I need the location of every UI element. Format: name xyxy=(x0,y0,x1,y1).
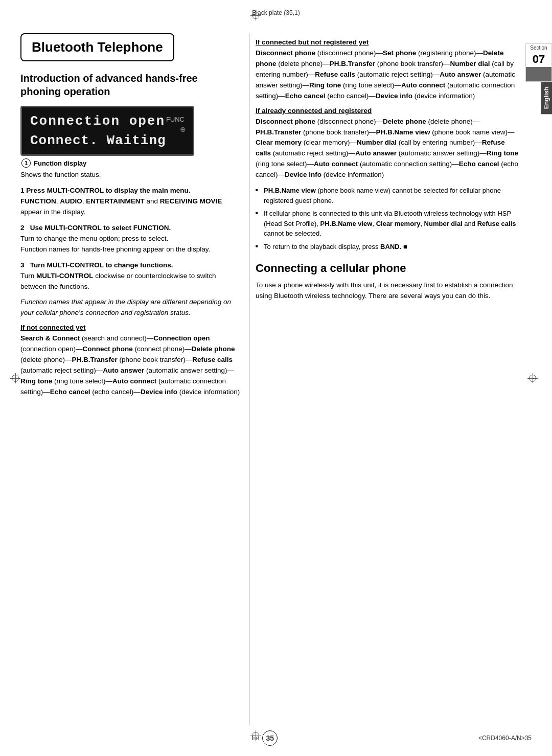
footer: En 35 <CRD4060-A/N>35 xyxy=(20,730,532,746)
display-image: Connection open Connect. Waiting FUNC ⊕ xyxy=(20,106,194,156)
section-badge: Section 07 xyxy=(525,43,552,82)
display-wrapper: Connection open Connect. Waiting FUNC ⊕ xyxy=(20,106,194,156)
step1-body: FUNCTION, AUDIO, ENTERTAINMENT and RECEI… xyxy=(20,196,240,218)
footer-en: En 35 xyxy=(252,730,278,746)
display-icon-circle: ⊕ xyxy=(180,125,186,133)
top-header: Black plate (35,1) xyxy=(0,9,552,16)
display-line2: Connect. Waiting xyxy=(30,133,166,148)
if-connected-not-registered-heading: If connected but not registered yet xyxy=(256,38,521,46)
if-already-connected-body: Disconnect phone (disconnect phone)—Dele… xyxy=(256,117,521,181)
connecting-heading: Connecting a cellular phone xyxy=(256,262,521,275)
footer-en-text: En xyxy=(252,735,260,742)
if-connected-not-registered-body: Disconnect phone (disconnect phone)—Set … xyxy=(256,48,521,102)
step2-body: Turn to change the menu option; press to… xyxy=(20,234,240,255)
display-func-label: FUNC xyxy=(166,116,185,123)
step1-heading: 1 Press MULTI-CONTROL to display the mai… xyxy=(20,187,240,194)
caption-circle-num: 1 xyxy=(21,158,31,168)
crosshair-left xyxy=(10,373,20,383)
right-column: If connected but not registered yet Disc… xyxy=(256,33,521,307)
crosshair-top xyxy=(250,10,261,20)
step2-heading: 2 Use MULTI-CONTROL to select FUNCTION. xyxy=(20,224,240,232)
language-label: English xyxy=(541,82,552,114)
bullet-item-2: If cellular phone is connected to this u… xyxy=(256,209,521,239)
page-title: Bluetooth Telephone xyxy=(32,39,163,55)
column-divider xyxy=(249,33,250,725)
caption-line: 1 Function display xyxy=(20,158,240,168)
if-already-connected-heading: If already connected and registered xyxy=(256,107,521,114)
step3-heading: 3 Turn MULTI-CONTROL to change functions… xyxy=(20,261,240,269)
not-connected-body: Search & Connect (search and connect)—Co… xyxy=(20,333,240,398)
caption-heading: Function display xyxy=(34,159,86,167)
left-column: Bluetooth Telephone Introduction of adva… xyxy=(20,33,240,403)
intro-heading: Introduction of advanced hands-free phon… xyxy=(20,72,240,98)
section-bar xyxy=(526,67,551,81)
footer-page-number: 35 xyxy=(262,730,278,746)
not-connected-heading: If not connected yet xyxy=(20,324,240,331)
crosshair-right xyxy=(527,373,538,383)
connecting-body: To use a phone wirelessly with this unit… xyxy=(256,280,521,302)
section-number: 07 xyxy=(526,52,551,67)
display-line1: Connection open xyxy=(30,113,166,129)
bullet-item-3: To return to the playback display, press… xyxy=(256,242,521,252)
step3-body1: Turn MULTI-CONTROL clockwise or counterc… xyxy=(20,271,240,292)
section-label: Section xyxy=(526,44,551,52)
main-content: Bluetooth Telephone Introduction of adva… xyxy=(20,23,521,725)
bullet-item-1: PH.B.Name view (phone book name view) ca… xyxy=(256,186,521,205)
step3-body2: Function names that appear in the displa… xyxy=(20,297,240,318)
title-box: Bluetooth Telephone xyxy=(20,33,174,61)
caption-sub: Shows the function status. xyxy=(20,170,240,180)
footer-crd-text: <CRD4060-A/N>35 xyxy=(478,735,532,742)
